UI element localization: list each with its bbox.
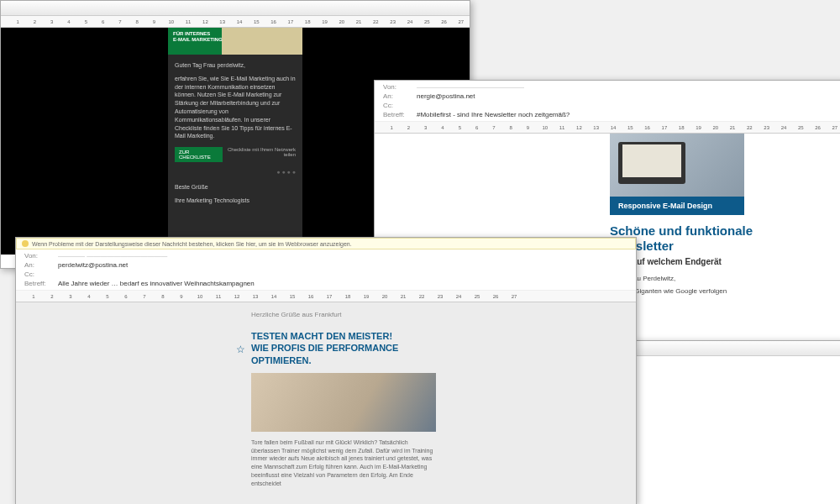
email-content: FÜR INTERNES E-MAIL MARKETING Guten Tag … [168,28,302,255]
info-text: Wenn Probleme mit der Darstellungsweise … [32,241,352,247]
banner-line2: E-MAIL MARKETING [173,37,223,43]
to-label: An: [383,92,417,100]
subheadline: Egal, auf welchem Endgerät [610,257,811,266]
to-value: perdelwitz@postina.net [58,261,128,269]
ruler: 1234567891011121314151617181920212223242… [16,291,636,302]
from-value: ———— ———————————— [58,252,167,260]
headline: TESTEN MACHT DEN MEISTER!WIE PROFIS DIE … [251,330,436,366]
hero-banner: FÜR INTERNES E-MAIL MARKETING [168,28,302,55]
info-bar[interactable]: Wenn Probleme mit der Darstellungsweise … [16,238,636,249]
from-label: Von: [24,252,58,260]
hero-image [251,373,436,432]
greeting: Herzliche Grüße aus Frankfurt [251,311,436,318]
to-value: nergie@postina.net [417,92,475,100]
email-header: Von:———— ———————————— An:perdelwitz@post… [16,249,636,291]
sender: Ihre Marketing Technologists [175,197,296,205]
greeting: Hallo Frau Perdelwitz, [610,275,811,282]
titlebar[interactable] [622,341,840,356]
cc-label: Cc: [383,102,417,109]
subject-value: #Mobilefirst - sind Ihre Newsletter noch… [417,111,570,118]
banner-line1: FÜR INTERNES [173,31,223,37]
star-icon: ☆ [236,344,245,355]
email-body: Herzliche Grüße aus Frankfurt ☆ TESTEN M… [16,302,636,504]
headline: Schöne und funktionale Newsletter [610,223,811,254]
section-bar: Responsive E-Mail Design [610,197,744,215]
email-window-christmas: Wenn Probleme mit der Darstellungsweise … [15,237,637,504]
email-window-stub [622,340,840,504]
from-label: Von: [383,83,417,91]
body-text: Tore fallen beim Fußball nur mit Glück! … [251,438,436,488]
signoff: Beste Grüße [175,183,296,192]
body-text: erfahren Sie, wie Sie E-Mail Marketing a… [175,75,296,140]
subject-label: Betreff: [383,111,417,118]
subject-value: Alle Jahre wieder … bedarf es innovative… [58,280,255,287]
info-icon [22,240,29,247]
subject-label: Betreff: [24,280,58,287]
social-dots[interactable]: ● ● ● ● [175,169,296,175]
ruler: 1234567891011121314151617181920212223242… [375,122,840,134]
hero-image [610,134,744,197]
ruler: 1234567891011121314151617181920212223242… [1,16,470,28]
cc-label: Cc: [24,270,58,278]
share-text[interactable]: Checkliste mit Ihrem Netzwerk teilen [223,147,296,162]
to-label: An: [24,261,58,269]
body-text: Internet Giganten wie Google verfolgen [610,287,811,295]
titlebar[interactable] [1,1,470,16]
email-header: Von:———————————————— An:nergie@postina.n… [375,81,840,122]
greeting: Guten Tag Frau perdelwitz, [175,61,296,70]
from-value: ———————————————— [417,83,524,91]
checklist-button[interactable]: ZUR CHECKLISTE [175,147,223,162]
